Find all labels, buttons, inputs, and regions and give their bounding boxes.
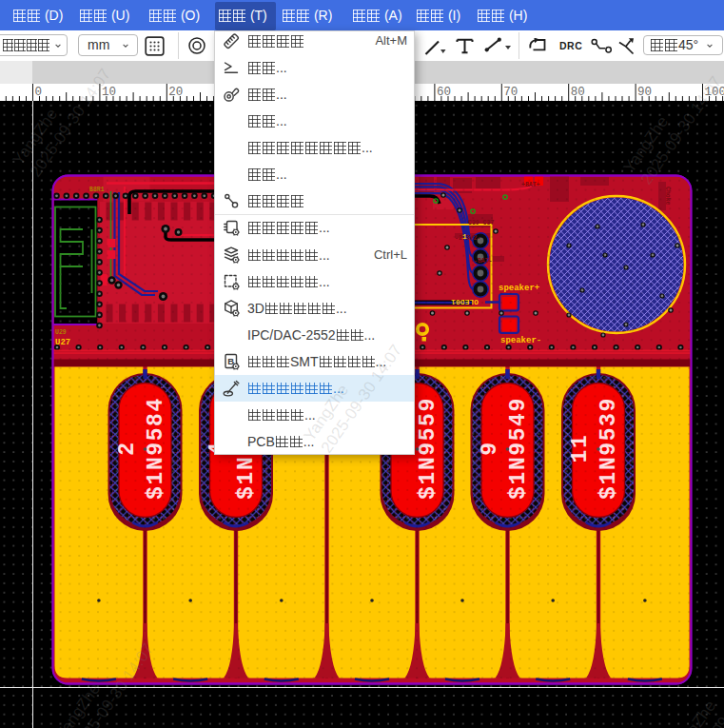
svg-text:60: 60 bbox=[437, 86, 451, 99]
svg-text:100: 100 bbox=[705, 86, 724, 99]
svg-text:B: B bbox=[227, 355, 234, 365]
svg-text:90: 90 bbox=[637, 86, 652, 99]
svg-text:70: 70 bbox=[503, 86, 518, 99]
svg-text:0: 0 bbox=[35, 86, 43, 99]
svg-text:20: 20 bbox=[168, 86, 183, 99]
svg-text:10: 10 bbox=[102, 86, 116, 99]
svg-text:80: 80 bbox=[571, 86, 585, 99]
